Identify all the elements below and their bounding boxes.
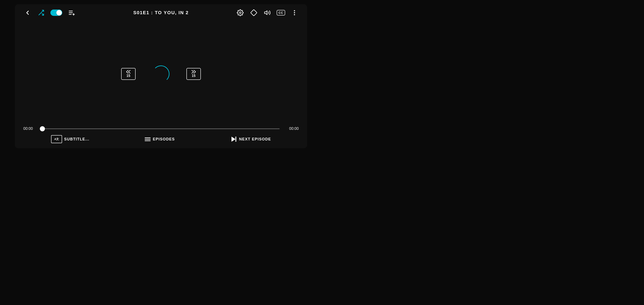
add-to-queue-button[interactable] (67, 8, 76, 17)
more-options-button[interactable] (290, 8, 299, 17)
center-controls: 15 15 (121, 66, 201, 82)
episodes-button[interactable]: EPISODES (145, 137, 175, 142)
top-bar: S01E1 : TO YOU, IN 2 (15, 4, 307, 21)
rewind-label: 15 (126, 74, 130, 78)
video-area: 15 15 (15, 21, 307, 126)
episodes-icon (145, 138, 150, 141)
current-time: 00:00 (23, 126, 38, 131)
subtitle-button[interactable]: A文 SUBTITLE... (51, 135, 90, 143)
progress-area: 00:00 00:00 (15, 126, 307, 132)
top-right-controls: CC (236, 8, 299, 17)
svg-point-12 (294, 14, 295, 15)
title-area: S01E1 : TO YOU, IN 2 (133, 10, 189, 16)
settings-button[interactable] (236, 8, 244, 17)
volume-button[interactable] (263, 8, 272, 17)
next-episode-icon (230, 136, 237, 142)
episode-title: S01E1 : TO YOU, IN 2 (133, 10, 189, 15)
loading-spinner (152, 66, 170, 82)
forward-button[interactable]: 15 (186, 68, 201, 80)
video-player: S01E1 : TO YOU, IN 2 (15, 4, 307, 148)
toggle-switch[interactable] (50, 10, 62, 16)
forward-label: 15 (192, 74, 196, 78)
svg-rect-8 (250, 10, 257, 16)
svg-marker-13 (232, 136, 236, 142)
back-button[interactable] (23, 8, 32, 17)
svg-point-11 (294, 12, 295, 13)
cc-label: CC (278, 11, 283, 14)
bottom-controls: A文 SUBTITLE... EPISODES NEXT EPISODE (15, 132, 307, 148)
cc-button[interactable]: CC (277, 10, 285, 16)
toggle-knob (56, 10, 62, 16)
subtitle-icon: A文 (51, 135, 62, 143)
svg-rect-14 (236, 136, 236, 142)
total-time: 00:00 (284, 126, 299, 131)
svg-marker-9 (264, 11, 267, 15)
subtitle-icon-text: A文 (54, 137, 58, 141)
top-left-controls (23, 8, 76, 17)
progress-thumb[interactable] (40, 126, 45, 131)
screen-rotate-button[interactable] (250, 8, 258, 17)
rewind-button[interactable]: 15 (121, 68, 136, 80)
next-episode-button[interactable]: NEXT EPISODE (230, 136, 271, 142)
progress-track[interactable] (42, 128, 280, 129)
progress-bar-container: 00:00 00:00 (23, 126, 299, 131)
svg-point-10 (294, 10, 295, 11)
svg-point-7 (240, 12, 241, 14)
shuffle-button[interactable] (37, 8, 45, 17)
episodes-label: EPISODES (153, 137, 175, 142)
subtitle-label: SUBTITLE... (64, 137, 90, 142)
next-episode-label: NEXT EPISODE (239, 137, 271, 142)
